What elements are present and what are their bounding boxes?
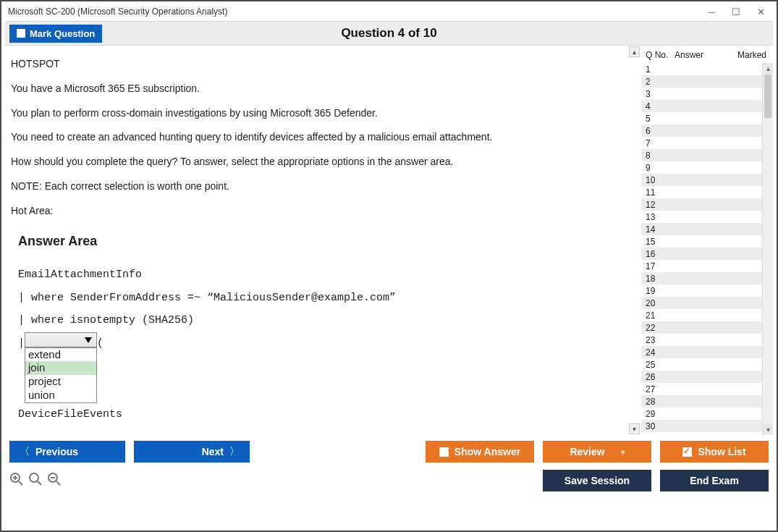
row-number: 26: [646, 372, 667, 382]
list-item[interactable]: 5: [641, 112, 773, 124]
list-item[interactable]: 23: [641, 334, 773, 346]
code-l3: | where isnotempty (SHA256): [18, 309, 635, 332]
list-item[interactable]: 18: [641, 272, 773, 284]
list-item[interactable]: 4: [641, 100, 773, 112]
question-pane: ▴ HOTSPOT You have a Microsoft 365 E5 su…: [5, 46, 640, 435]
list-item[interactable]: 9: [641, 161, 773, 174]
row-number: 8: [646, 151, 667, 161]
list-item[interactable]: 22: [641, 321, 773, 334]
scroll-up-arrow-icon[interactable]: ▴: [763, 63, 773, 74]
col-answer: Answer: [675, 50, 734, 60]
zoom-out-icon[interactable]: [47, 472, 62, 490]
list-item[interactable]: 28: [641, 395, 773, 408]
scroll-thumb[interactable]: [764, 75, 771, 118]
row-number: 19: [646, 286, 667, 296]
list-item[interactable]: 2: [641, 75, 773, 88]
list-item[interactable]: 14: [641, 223, 773, 235]
list-item[interactable]: 21: [641, 309, 773, 321]
row-number: 27: [646, 384, 667, 394]
code-l1: EmailAttachmentInfo: [18, 263, 635, 287]
list-item[interactable]: 15: [641, 235, 773, 248]
row-number: 7: [646, 138, 667, 148]
mark-question-button[interactable]: Mark Question: [9, 25, 102, 43]
side-scrollbar[interactable]: ▴ ▾: [762, 63, 773, 435]
show-answer-label: Show Answer: [454, 446, 520, 457]
content-area: ▴ HOTSPOT You have a Microsoft 365 E5 su…: [5, 46, 773, 435]
list-item[interactable]: 13: [641, 211, 773, 223]
list-item[interactable]: 11: [641, 186, 773, 198]
list-item[interactable]: 25: [641, 358, 773, 371]
list-item[interactable]: 27: [641, 383, 773, 395]
dd-opt-extend[interactable]: extend: [25, 348, 96, 362]
review-label: Review: [570, 446, 604, 457]
toolbar: Mark Question Question 4 of 10: [5, 21, 773, 46]
window-controls: ─ ☐ ✕: [706, 7, 766, 17]
list-item[interactable]: 24: [641, 346, 773, 358]
scroll-down-arrow-icon[interactable]: ▾: [763, 424, 773, 435]
list-item[interactable]: 6: [641, 124, 773, 137]
minimize-icon[interactable]: ─: [706, 7, 716, 17]
code-l4-post: (: [97, 332, 103, 355]
row-number: 9: [646, 163, 667, 173]
list-item[interactable]: 30: [641, 420, 773, 432]
col-qno: Q No.: [646, 50, 675, 60]
dd-opt-project[interactable]: project: [25, 375, 96, 389]
save-session-button[interactable]: Save Session: [543, 470, 651, 491]
end-exam-button[interactable]: End Exam: [660, 470, 769, 491]
previous-label: Previous: [35, 446, 78, 457]
dropdown-toggle[interactable]: [25, 332, 97, 347]
next-label: Next: [202, 446, 224, 457]
q-p4: How should you complete the query? To an…: [11, 153, 635, 171]
zoom-in-icon[interactable]: [9, 472, 24, 490]
dropdown-1[interactable]: extend join project union: [25, 332, 97, 403]
question-list-panel: Q No. Answer Marked 12345678910111213141…: [640, 46, 773, 435]
list-item[interactable]: 20: [641, 297, 773, 309]
show-list-button[interactable]: Show List: [660, 441, 769, 463]
question-tag: HOTSPOT: [11, 56, 635, 73]
svg-point-4: [30, 473, 38, 482]
row-number: 24: [646, 347, 667, 358]
list-item[interactable]: 16: [641, 248, 773, 260]
maximize-icon[interactable]: ☐: [731, 7, 741, 17]
list-item[interactable]: 10: [641, 174, 773, 186]
row-number: 25: [646, 360, 667, 370]
previous-button[interactable]: 〈 Previous: [9, 441, 125, 463]
list-item[interactable]: 1: [641, 63, 773, 75]
svg-line-7: [56, 481, 60, 485]
list-item[interactable]: 29: [641, 408, 773, 420]
scroll-down-icon[interactable]: ▾: [629, 423, 640, 434]
q-p2: You plan to perform cross-domain investi…: [11, 105, 635, 122]
q-p3: You need to create an advanced hunting q…: [11, 129, 635, 146]
zoom-icon[interactable]: [28, 472, 43, 490]
close-icon[interactable]: ✕: [756, 7, 766, 17]
list-item[interactable]: 8: [641, 149, 773, 161]
row-number: 28: [646, 397, 667, 407]
scroll-up-icon[interactable]: ▴: [629, 46, 640, 57]
row-number: 15: [646, 237, 667, 247]
review-button[interactable]: Review: [543, 441, 651, 463]
list-item[interactable]: 3: [641, 88, 773, 100]
list-item[interactable]: 19: [641, 284, 773, 297]
row-number: 13: [646, 212, 667, 222]
row-number: 4: [646, 101, 667, 111]
dd-opt-union[interactable]: union: [25, 389, 96, 402]
row-number: 11: [646, 187, 667, 198]
row-number: 30: [646, 421, 667, 431]
q-p6: Hot Area:: [11, 203, 635, 220]
list-item[interactable]: 17: [641, 260, 773, 272]
dd-opt-join[interactable]: join: [25, 361, 96, 375]
row-number: 1: [646, 64, 667, 75]
chevron-left-icon: 〈: [20, 445, 30, 458]
titlebar: Microsoft SC-200 (Microsoft Security Ope…: [5, 5, 773, 21]
row-number: 16: [646, 249, 667, 259]
list-item[interactable]: 26: [641, 371, 773, 383]
list-item[interactable]: 7: [641, 137, 773, 149]
zoom-controls: [9, 472, 62, 490]
list-item[interactable]: 12: [641, 198, 773, 211]
show-answer-button[interactable]: Show Answer: [426, 441, 534, 463]
row-number: 18: [646, 274, 667, 284]
row-number: 21: [646, 311, 667, 321]
dropdown-options: extend join project union: [25, 347, 97, 403]
next-button[interactable]: Next 〉: [134, 441, 250, 463]
code-l4-pre: |: [18, 332, 25, 355]
